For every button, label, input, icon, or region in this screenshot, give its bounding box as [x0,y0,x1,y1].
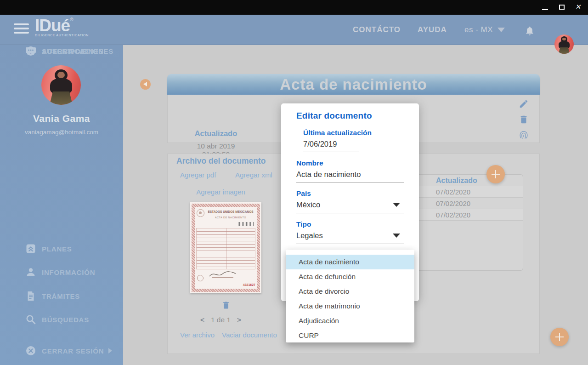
profile-avatar[interactable] [41,65,81,105]
header-avatar[interactable] [554,34,574,54]
dropdown-option[interactable]: Acta de divorcio [286,284,414,299]
dropdown-option[interactable]: Acta de matrimonio [286,299,414,314]
chevron-right-icon [108,348,112,354]
sidebar-item-label: BÚSQUEDAS [42,316,89,324]
field-country: País México [296,189,404,213]
logout-icon [25,345,36,356]
chevron-down-icon [498,28,505,32]
view-file-link[interactable]: Ver archivo [180,331,215,339]
avatar-photo [554,34,574,54]
chevron-down-icon [393,203,400,207]
dropdown-option-selected[interactable]: Acta de nacimiento [286,255,414,269]
add-xml-link[interactable]: Agregar xml [235,171,272,179]
sidebar-item-label: CERRAR SESIÓN [42,347,104,355]
sidebar-item-tramites[interactable]: TRÁMITES [25,290,80,302]
sidebar-item-label: ACERCA DE [42,47,86,55]
section-divider [274,154,274,354]
type-label: Tipo [296,220,404,228]
minimize-icon [542,9,548,10]
name-input[interactable] [296,169,404,182]
document-panel-header: Acta de nacimiento [167,74,540,95]
country-label: País [296,189,404,198]
sidebar: Vania Gama vaniagamag@hotmail.com PLANES… [0,45,123,365]
country-select[interactable]: México [296,199,404,213]
field-name: Nombre [296,159,404,182]
delete-trash-icon[interactable] [519,114,529,125]
close-icon: ✕ [574,3,582,11]
dropdown-option[interactable]: CURP [286,328,414,343]
add-image-link[interactable]: Agregar imagen [168,188,274,196]
nav-help[interactable]: AYUDA [418,15,447,45]
updated-label: Actualizado [186,129,246,138]
document-thumbnail[interactable]: ESTADOS UNIDOS MEXICANOS ACTA DE NACIMIE… [190,202,261,293]
certificate-signature [209,270,237,279]
type-select[interactable]: Legales [296,230,404,244]
sidebar-item-cerrar-sesion[interactable]: CERRAR SESIÓN [25,345,112,357]
page-indicator: 1 de 1 [211,316,231,324]
notifications-bell-icon[interactable] [525,25,534,36]
fingerprint-icon[interactable] [519,130,529,140]
edit-pencil-icon[interactable] [519,99,529,109]
certificate-country: ESTADOS UNIDOS MEXICANOS [206,210,255,213]
hamburger-menu-icon[interactable] [14,23,29,36]
chevron-down-icon [393,234,400,238]
plans-icon [25,243,36,254]
maximize-icon [559,5,565,10]
pagination: <1 de 1> [168,316,274,324]
certificate-seal [197,209,204,217]
dropdown-option[interactable]: Acta de defunción [286,269,414,284]
information-icon [25,267,36,278]
last-update-input[interactable] [303,138,359,152]
field-type: Tipo Legales [296,220,404,244]
user-email: vaniagamag@hotmail.com [0,129,123,136]
title-bar: ✕ [0,0,588,15]
minimize-button[interactable] [538,0,552,15]
next-page-chevron[interactable]: > [231,316,248,324]
country-value: México [296,200,320,209]
language-value: es - MX [464,25,493,34]
sidebar-item-label: PLANES [42,245,72,253]
sidebar-item-planes[interactable]: PLANES [25,243,72,255]
clear-document-link[interactable]: Vaciar documento [222,331,277,339]
last-update-label: Última actualización [303,129,404,137]
registered-mark: ® [70,17,73,22]
chevron-left-icon [143,82,147,86]
certificate-serial: 4321627 [243,283,255,286]
modal-title: Editar documento [296,111,404,121]
app-logo: IDué® DILIGENCE AUTHENTICATION [35,17,89,37]
add-record-button[interactable] [486,165,505,183]
add-document-button[interactable] [550,328,569,346]
logo-tagline: DILIGENCE AUTHENTICATION [35,34,89,37]
back-button[interactable] [140,79,151,90]
searches-icon [25,314,36,325]
app-header: IDué® DILIGENCE AUTHENTICATION CONTÁCTO … [0,15,588,45]
certificate-form-grid [196,228,255,269]
about-icon [25,46,36,57]
archive-title: Archivo del documento [176,156,266,166]
certificate-title: ACTA DE NACIMIENTO [206,216,255,219]
dropdown-option[interactable]: Adjudicación [286,314,414,328]
procedures-icon [25,291,36,302]
field-last-update: Última actualización [303,129,404,152]
add-pdf-link[interactable]: Agregar pdf [180,171,216,179]
document-actions [519,99,529,146]
certificate-barcode [238,222,254,226]
nav-contact[interactable]: CONTÁCTO [353,15,401,45]
sidebar-item-acerca-de[interactable]: ACERCA DE [25,45,86,57]
previous-page-chevron[interactable]: < [194,316,211,324]
logo-text: IDué [35,16,70,35]
certificate-bottom-seal [197,275,204,281]
app-window: ✕ IDué® DILIGENCE AUTHENTICATION CONTÁCT… [0,0,588,365]
sidebar-item-busquedas[interactable]: BÚSQUEDAS [25,314,89,325]
language-selector[interactable]: es - MX [464,15,505,45]
page-title: Acta de nacimiento [167,74,540,95]
user-name: Vania Gama [0,113,123,124]
maximize-button[interactable] [555,0,569,15]
type-value: Legales [296,231,323,240]
delete-file-trash-icon[interactable] [221,300,231,310]
avatar-photo [41,65,81,105]
sidebar-item-informacion[interactable]: INFORMACIÓN [25,266,95,278]
name-label: Nombre [296,159,404,167]
sidebar-item-label: TRÁMITES [42,292,80,300]
close-button[interactable]: ✕ [571,0,585,15]
